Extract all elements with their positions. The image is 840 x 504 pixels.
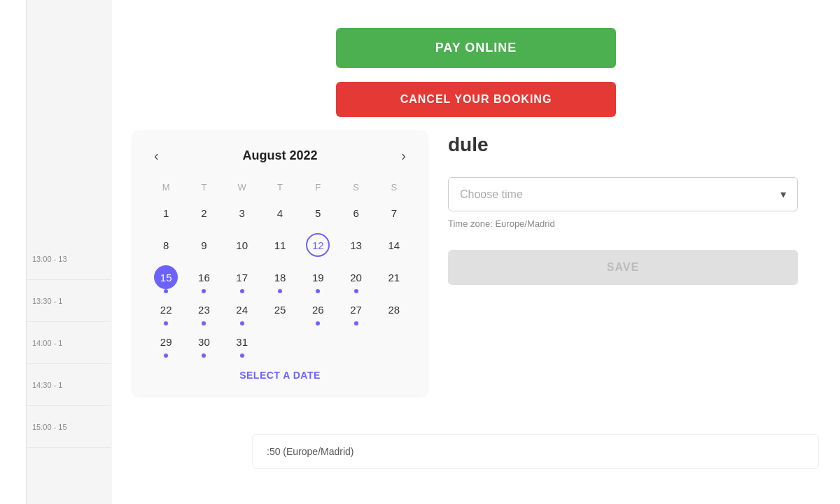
calendar-day-cell bbox=[261, 326, 299, 358]
calendar-day-cell[interactable]: 7 bbox=[375, 197, 413, 229]
calendar-day-cell[interactable]: 15 bbox=[147, 261, 185, 293]
calendar-day-cell[interactable]: 17 bbox=[223, 261, 261, 293]
timezone-text: Time zone: Europe/Madrid bbox=[448, 218, 798, 229]
calendar-day-cell[interactable]: 8 bbox=[147, 229, 185, 261]
calendar-day-cell[interactable]: 11 bbox=[261, 229, 299, 261]
schedule-title: dule bbox=[448, 134, 798, 156]
calendar-day-cell[interactable]: 5 bbox=[299, 197, 337, 229]
day-header: S bbox=[337, 178, 374, 197]
calendar-day-cell[interactable]: 4 bbox=[261, 197, 299, 229]
save-button[interactable]: SAVE bbox=[448, 250, 798, 285]
day-header: M bbox=[147, 178, 185, 197]
modal-panel: PAY ONLINE CANCEL YOUR BOOKING ‹ August … bbox=[112, 0, 840, 504]
calendar-day-cell[interactable]: 23 bbox=[185, 293, 223, 326]
calendar-day-cell[interactable]: 19 bbox=[299, 261, 337, 293]
cancel-booking-button[interactable]: CANCEL YOUR BOOKING bbox=[336, 82, 616, 117]
calendar-day-cell[interactable]: 1 bbox=[147, 197, 185, 229]
day-header: S bbox=[375, 178, 413, 197]
footer-time-info: :50 (Europe/Madrid) bbox=[252, 434, 819, 469]
bg-time-slots: 13:00 - 13 13:30 - 1 14:00 - 1 14:30 - 1… bbox=[27, 238, 111, 448]
calendar-panel: ‹ August 2022 › MTWTFSS 1234567891011121… bbox=[133, 131, 427, 396]
calendar-day-cell[interactable]: 13 bbox=[337, 229, 374, 261]
day-header: T bbox=[185, 178, 223, 197]
day-header: T bbox=[261, 178, 299, 197]
calendar-day-cell[interactable]: 26 bbox=[299, 293, 337, 326]
time-picker-dropdown[interactable]: Choose time ▾ bbox=[448, 177, 798, 211]
calendar-footer: SELECT A DATE bbox=[147, 369, 413, 382]
calendar-header: ‹ August 2022 › bbox=[147, 145, 413, 167]
calendar-day-cell[interactable]: 22 bbox=[147, 293, 185, 326]
calendar-day-cell[interactable]: 25 bbox=[261, 293, 299, 326]
calendar-day-cell[interactable]: 6 bbox=[337, 197, 374, 229]
pay-online-button[interactable]: PAY ONLINE bbox=[336, 28, 616, 68]
calendar-day-cell[interactable]: 14 bbox=[375, 229, 413, 261]
calendar-grid: MTWTFSS 12345678910111213141516171819202… bbox=[147, 178, 413, 358]
day-header: F bbox=[299, 178, 337, 197]
calendar-month-title: August 2022 bbox=[242, 148, 317, 163]
calendar-day-cell[interactable]: 29 bbox=[147, 326, 185, 358]
calendar-day-cell[interactable]: 27 bbox=[337, 293, 374, 326]
prev-month-button[interactable]: ‹ bbox=[147, 145, 166, 167]
next-month-button[interactable]: › bbox=[394, 145, 413, 167]
calendar-day-cell[interactable]: 28 bbox=[375, 293, 413, 326]
calendar-day-cell bbox=[375, 326, 413, 358]
right-panel: dule Choose time ▾ Time zone: Europe/Mad… bbox=[427, 131, 819, 396]
day-header: W bbox=[223, 178, 261, 197]
select-date-link[interactable]: SELECT A DATE bbox=[239, 370, 321, 381]
calendar-day-cell[interactable]: 2 bbox=[185, 197, 223, 229]
calendar-day-cell[interactable]: 31 bbox=[223, 326, 261, 358]
calendar-day-cell[interactable]: 20 bbox=[337, 261, 374, 293]
calendar-day-cell[interactable]: 30 bbox=[185, 326, 223, 358]
calendar-day-cell[interactable]: 21 bbox=[375, 261, 413, 293]
calendar-day-cell[interactable]: 10 bbox=[223, 229, 261, 261]
time-picker-label: Choose time bbox=[460, 188, 523, 201]
bottom-section: ‹ August 2022 › MTWTFSS 1234567891011121… bbox=[133, 131, 819, 396]
calendar-day-cell bbox=[299, 326, 337, 358]
calendar-day-cell[interactable]: 18 bbox=[261, 261, 299, 293]
calendar-day-cell[interactable]: 24 bbox=[223, 293, 261, 326]
calendar-day-cell[interactable]: 3 bbox=[223, 197, 261, 229]
calendar-day-cell bbox=[337, 326, 374, 358]
dropdown-arrow-icon: ▾ bbox=[780, 188, 786, 201]
bg-sidebar bbox=[0, 0, 27, 504]
calendar-day-cell[interactable]: 12 bbox=[299, 229, 337, 261]
calendar-day-cell[interactable]: 9 bbox=[185, 229, 223, 261]
calendar-day-cell[interactable]: 16 bbox=[185, 261, 223, 293]
